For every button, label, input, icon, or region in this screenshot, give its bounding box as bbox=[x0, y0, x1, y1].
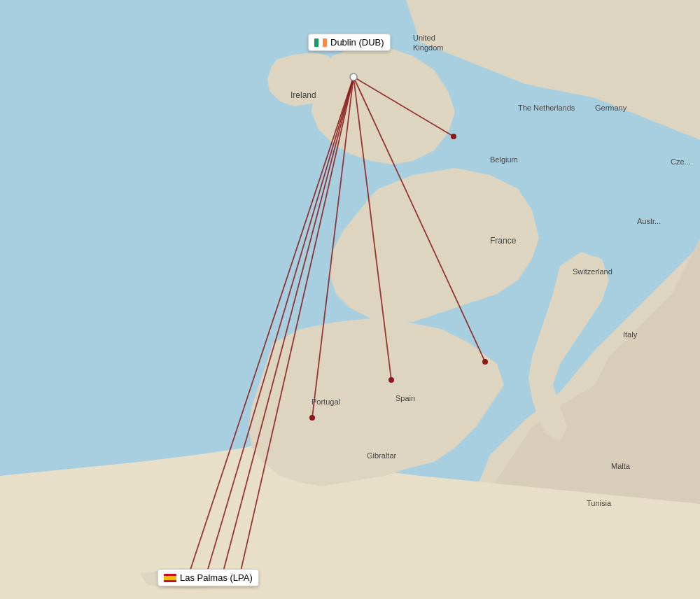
svg-point-11 bbox=[482, 359, 488, 365]
svg-text:Italy: Italy bbox=[623, 330, 638, 339]
svg-point-13 bbox=[309, 415, 315, 421]
svg-point-9 bbox=[350, 73, 357, 80]
svg-text:Cze...: Cze... bbox=[671, 157, 691, 166]
svg-text:Germany: Germany bbox=[595, 104, 627, 112]
dublin-label-text: Dublin (DUB) bbox=[330, 37, 384, 48]
spain-flag bbox=[164, 574, 176, 582]
svg-text:Switzerland: Switzerland bbox=[573, 267, 612, 276]
map-container: Ireland United Kingdom The Netherlands B… bbox=[0, 0, 700, 599]
svg-point-12 bbox=[388, 377, 394, 383]
svg-text:Kingdom: Kingdom bbox=[413, 43, 443, 52]
svg-text:United: United bbox=[413, 34, 435, 42]
svg-text:Portugal: Portugal bbox=[312, 397, 340, 406]
laspalmas-label-text: Las Palmas (LPA) bbox=[180, 572, 253, 583]
svg-text:Ireland: Ireland bbox=[290, 90, 316, 100]
svg-point-10 bbox=[451, 134, 456, 139]
ireland-flag bbox=[314, 38, 327, 47]
svg-text:Austr...: Austr... bbox=[637, 217, 661, 225]
map-svg: Ireland United Kingdom The Netherlands B… bbox=[0, 0, 700, 599]
svg-text:Malta: Malta bbox=[611, 462, 631, 470]
svg-text:Tunisia: Tunisia bbox=[587, 499, 612, 507]
svg-text:Belgium: Belgium bbox=[490, 155, 518, 164]
svg-text:The Netherlands: The Netherlands bbox=[518, 104, 575, 112]
laspalmas-airport-label: Las Palmas (LPA) bbox=[158, 569, 259, 586]
svg-text:Gibraltar: Gibraltar bbox=[367, 451, 397, 460]
svg-text:France: France bbox=[490, 236, 517, 246]
svg-text:Spain: Spain bbox=[396, 394, 415, 402]
dublin-airport-label: Dublin (DUB) bbox=[308, 34, 391, 51]
